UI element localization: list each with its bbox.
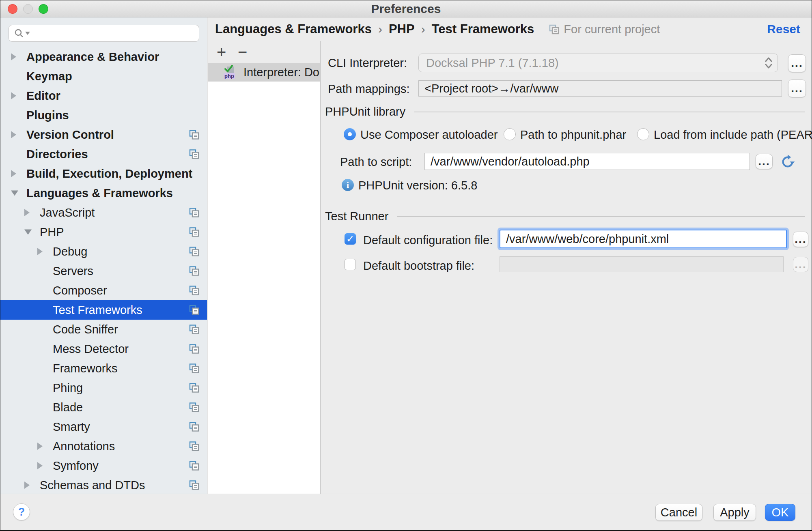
breadcrumb-test-frameworks[interactable]: Test Frameworks <box>432 22 534 37</box>
sidebar-item-editor[interactable]: Editor <box>0 86 207 105</box>
path-mappings-browse-button[interactable]: ... <box>788 80 806 97</box>
default-bootstrap-file-label: Default bootstrap file: <box>363 259 474 273</box>
sidebar-item-schemas-dtds[interactable]: Schemas and DTDs <box>0 475 207 494</box>
sidebar-item-label: Build, Execution, Deployment <box>26 167 192 181</box>
sidebar-item-test-frameworks[interactable]: Test Frameworks <box>0 300 207 320</box>
sidebar-item-servers[interactable]: Servers <box>0 261 207 281</box>
settings-sidebar: Appearance & Behavior Keymap Editor Plug… <box>0 17 207 494</box>
scope-note-label: For current project <box>564 23 660 36</box>
breadcrumb-separator-icon: › <box>378 22 382 36</box>
chevron-right-icon <box>11 170 16 177</box>
remove-button[interactable]: − <box>238 44 259 60</box>
sidebar-item-label: Phing <box>53 381 83 395</box>
radio-path-to-phpunit-phar[interactable] <box>504 128 516 140</box>
path-mappings-field[interactable]: <Project root>→/var/www <box>418 80 782 97</box>
breadcrumb: Languages & Frameworks › PHP › Test Fram… <box>208 17 812 41</box>
sidebar-item-build-execution-deployment[interactable]: Build, Execution, Deployment <box>0 164 207 183</box>
cli-interpreter-browse-button[interactable]: ... <box>788 54 806 72</box>
add-button[interactable]: + <box>217 44 238 60</box>
default-bootstrap-file-input <box>500 256 784 272</box>
sidebar-item-label: Annotations <box>53 440 115 453</box>
default-configuration-file-label: Default configuration file: <box>363 234 493 247</box>
interpreter-list-panel: + − php Interpreter: Docksal PHP 7.1 (7.… <box>208 41 321 494</box>
sidebar-item-plugins[interactable]: Plugins <box>0 105 207 125</box>
cancel-button[interactable]: Cancel <box>655 504 702 521</box>
stepper-icon[interactable] <box>760 54 778 72</box>
apply-button[interactable]: Apply <box>713 504 756 521</box>
preferences-window: Preferences Appearance & Behavior Keymap… <box>0 0 812 531</box>
per-project-settings-icon <box>189 383 200 393</box>
sidebar-item-composer[interactable]: Composer <box>0 281 207 300</box>
sidebar-item-label: Languages & Frameworks <box>26 187 173 200</box>
path-mappings-value: <Project root>→/var/www <box>424 82 558 95</box>
sidebar-item-label: Test Frameworks <box>53 303 142 317</box>
cli-interpreter-label: CLI Interpreter: <box>328 56 407 70</box>
per-project-settings-icon <box>189 227 200 238</box>
sidebar-item-smarty[interactable]: Smarty <box>0 417 207 436</box>
chevron-right-icon <box>37 443 43 450</box>
test-runner-section-title: Test Runner <box>325 210 388 223</box>
sidebar-item-version-control[interactable]: Version Control <box>0 125 207 144</box>
default-bootstrap-file-browse-button[interactable]: ... <box>793 257 808 272</box>
ok-button[interactable]: OK <box>765 504 795 521</box>
php-interpreter-icon: php <box>222 64 238 80</box>
interpreter-list-item[interactable]: php Interpreter: Docksal PHP 7.1 (7.1.18… <box>208 63 320 82</box>
sidebar-item-php[interactable]: PHP <box>0 222 207 242</box>
search-options-arrow-icon[interactable] <box>25 32 30 35</box>
sidebar-item-directories[interactable]: Directories <box>0 144 207 164</box>
sidebar-item-keymap[interactable]: Keymap <box>0 67 207 86</box>
titlebar: Preferences <box>0 0 812 17</box>
sidebar-item-label: Keymap <box>26 70 72 83</box>
chevron-down-icon <box>11 191 18 196</box>
breadcrumb-languages-frameworks[interactable]: Languages & Frameworks <box>215 22 372 37</box>
reload-icon[interactable] <box>780 154 795 170</box>
path-to-script-browse-button[interactable]: ... <box>756 154 773 169</box>
sidebar-item-frameworks[interactable]: Frameworks <box>0 359 207 378</box>
sidebar-item-blade[interactable]: Blade <box>0 398 207 417</box>
radio-load-from-include-path[interactable] <box>637 128 649 140</box>
sidebar-item-phing[interactable]: Phing <box>0 378 207 398</box>
radio-use-composer-autoloader[interactable] <box>344 128 356 140</box>
default-bootstrap-file-checkbox[interactable] <box>345 259 356 270</box>
sidebar-item-label: Debug <box>53 245 87 258</box>
per-project-settings-icon <box>189 344 200 355</box>
breadcrumb-php[interactable]: PHP <box>389 22 415 37</box>
sidebar-item-mess-detector[interactable]: Mess Detector <box>0 339 207 359</box>
default-configuration-file-input[interactable]: /var/www/web/core/phpunit.xml <box>500 230 787 248</box>
sidebar-item-label: JavaScript <box>40 206 95 219</box>
sidebar-item-symfony[interactable]: Symfony <box>0 456 207 475</box>
reset-link[interactable]: Reset <box>767 22 800 36</box>
cli-interpreter-value: Docksal PHP 7.1 (7.1.18) <box>426 56 760 70</box>
interpreter-list-item-label: Interpreter: Docksal PHP 7.1 (7.1.18) <box>243 66 320 79</box>
sidebar-item-code-sniffer[interactable]: Code Sniffer <box>0 320 207 339</box>
chevron-right-icon <box>37 248 43 255</box>
sidebar-item-label: Symfony <box>53 459 99 473</box>
phpunit-version-note: PHPUnit version: 6.5.8 <box>358 179 477 192</box>
sidebar-item-annotations[interactable]: Annotations <box>0 436 207 456</box>
path-to-script-field[interactable]: /var/www/vendor/autoload.php <box>424 153 750 170</box>
sidebar-item-appearance-behavior[interactable]: Appearance & Behavior <box>0 47 207 67</box>
breadcrumb-separator-icon: › <box>421 22 425 36</box>
sidebar-item-label: Editor <box>26 89 60 103</box>
per-project-settings-icon <box>549 24 560 35</box>
default-configuration-file-checkbox[interactable]: ✓ <box>345 233 356 245</box>
sidebar-item-label: Smarty <box>53 420 90 434</box>
sidebar-item-languages-frameworks[interactable]: Languages & Frameworks <box>0 183 207 203</box>
search-box[interactable] <box>9 25 199 42</box>
default-configuration-file-browse-button[interactable]: ... <box>793 232 808 247</box>
sidebar-item-label: Appearance & Behavior <box>26 50 159 64</box>
help-button[interactable]: ? <box>13 503 30 520</box>
per-project-settings-icon <box>189 246 200 257</box>
search-input[interactable] <box>33 27 194 40</box>
phpunit-library-section: PHPUnit library <box>325 105 805 118</box>
sidebar-item-javascript[interactable]: JavaScript <box>0 203 207 222</box>
cli-interpreter-select[interactable]: Docksal PHP 7.1 (7.1.18) <box>418 54 778 72</box>
per-project-settings-icon <box>189 285 200 296</box>
test-runner-section: Test Runner <box>325 210 805 223</box>
sidebar-item-label: Frameworks <box>53 362 118 375</box>
sidebar-item-label: Version Control <box>26 128 114 142</box>
section-divider <box>397 216 805 217</box>
sidebar-item-debug[interactable]: Debug <box>0 242 207 261</box>
sidebar-item-label: Blade <box>53 401 83 414</box>
chevron-right-icon <box>11 53 16 60</box>
